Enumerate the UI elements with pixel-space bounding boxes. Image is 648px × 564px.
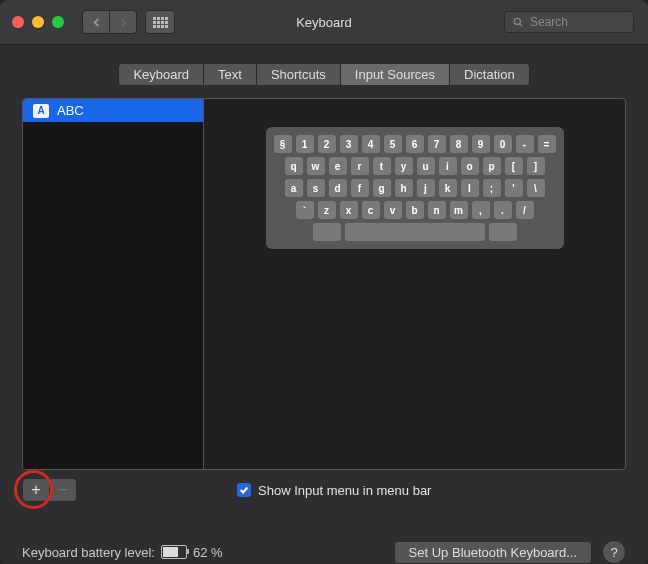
setup-bluetooth-button[interactable]: Set Up Bluetooth Keyboard... [394, 541, 592, 564]
key: p [483, 157, 501, 175]
key: o [461, 157, 479, 175]
battery-label: Keyboard battery level: [22, 545, 155, 560]
key: x [340, 201, 358, 219]
key: 8 [450, 135, 468, 153]
key: k [439, 179, 457, 197]
battery-percentage: 62 % [193, 545, 223, 560]
key: / [516, 201, 534, 219]
key: 3 [340, 135, 358, 153]
key: r [351, 157, 369, 175]
nav-group [82, 10, 137, 34]
check-icon [239, 485, 249, 495]
key: 0 [494, 135, 512, 153]
key: 9 [472, 135, 490, 153]
show-menu-row: Show Input menu in menu bar [237, 483, 431, 498]
keyboard-prefs-window: Keyboard KeyboardTextShortcutsInput Sour… [0, 0, 648, 564]
svg-line-1 [520, 24, 522, 26]
key: - [516, 135, 534, 153]
key: ] [527, 157, 545, 175]
key: ` [296, 201, 314, 219]
tab-dictation[interactable]: Dictation [450, 63, 530, 86]
titlebar: Keyboard [0, 0, 648, 45]
traffic-lights [12, 16, 64, 28]
key-space [345, 223, 485, 241]
remove-source-button[interactable]: − [50, 478, 77, 502]
source-item[interactable]: AABC [23, 99, 203, 122]
key: f [351, 179, 369, 197]
key: 1 [296, 135, 314, 153]
search-input[interactable] [528, 14, 625, 30]
key: = [538, 135, 556, 153]
search-icon [513, 16, 523, 28]
key: y [395, 157, 413, 175]
back-button[interactable] [82, 10, 110, 34]
key: a [285, 179, 303, 197]
add-source-button[interactable]: + [22, 478, 50, 502]
key: 5 [384, 135, 402, 153]
close-window-button[interactable] [12, 16, 24, 28]
zoom-window-button[interactable] [52, 16, 64, 28]
key: t [373, 157, 391, 175]
help-button[interactable]: ? [602, 540, 626, 564]
minimize-window-button[interactable] [32, 16, 44, 28]
key: j [417, 179, 435, 197]
source-label: ABC [57, 103, 84, 118]
tab-text[interactable]: Text [204, 63, 257, 86]
key: b [406, 201, 424, 219]
key: c [362, 201, 380, 219]
tab-input-sources[interactable]: Input Sources [341, 63, 450, 86]
key: l [461, 179, 479, 197]
content: AABC §1234567890-=qwertyuiop[]asdfghjkl;… [0, 98, 648, 522]
key: 6 [406, 135, 424, 153]
show-input-menu-label: Show Input menu in menu bar [258, 483, 431, 498]
key: s [307, 179, 325, 197]
search-field[interactable] [504, 11, 634, 33]
battery-icon [161, 545, 187, 559]
forward-button[interactable] [110, 10, 137, 34]
key: d [329, 179, 347, 197]
panel-footer: + − Show Input menu in menu bar [22, 476, 626, 504]
key: § [274, 135, 292, 153]
add-remove-group: + − [22, 478, 77, 502]
tab-keyboard[interactable]: Keyboard [118, 63, 204, 86]
key: 4 [362, 135, 380, 153]
input-sources-panel: AABC §1234567890-=qwertyuiop[]asdfghjkl;… [22, 98, 626, 470]
key: u [417, 157, 435, 175]
key: i [439, 157, 457, 175]
show-all-button[interactable] [145, 10, 175, 34]
key: g [373, 179, 391, 197]
key: [ [505, 157, 523, 175]
key: m [450, 201, 468, 219]
source-list[interactable]: AABC [23, 99, 204, 469]
tabs: KeyboardTextShortcutsInput SourcesDictat… [0, 63, 648, 86]
key: q [285, 157, 303, 175]
keyboard-preview-image: §1234567890-=qwertyuiop[]asdfghjkl;'\`zx… [266, 127, 564, 249]
key: h [395, 179, 413, 197]
svg-point-0 [514, 18, 520, 24]
key: e [329, 157, 347, 175]
key: ; [483, 179, 501, 197]
bottom-bar: Keyboard battery level: 62 % Set Up Blue… [0, 522, 648, 564]
key [489, 223, 517, 241]
key: z [318, 201, 336, 219]
key: ' [505, 179, 523, 197]
key: n [428, 201, 446, 219]
source-icon: A [33, 104, 49, 118]
key: \ [527, 179, 545, 197]
key: . [494, 201, 512, 219]
key: 7 [428, 135, 446, 153]
key [313, 223, 341, 241]
tab-shortcuts[interactable]: Shortcuts [257, 63, 341, 86]
key: v [384, 201, 402, 219]
key: , [472, 201, 490, 219]
show-input-menu-checkbox[interactable] [237, 483, 251, 497]
key: 2 [318, 135, 336, 153]
keyboard-preview: §1234567890-=qwertyuiop[]asdfghjkl;'\`zx… [204, 99, 625, 469]
key: w [307, 157, 325, 175]
